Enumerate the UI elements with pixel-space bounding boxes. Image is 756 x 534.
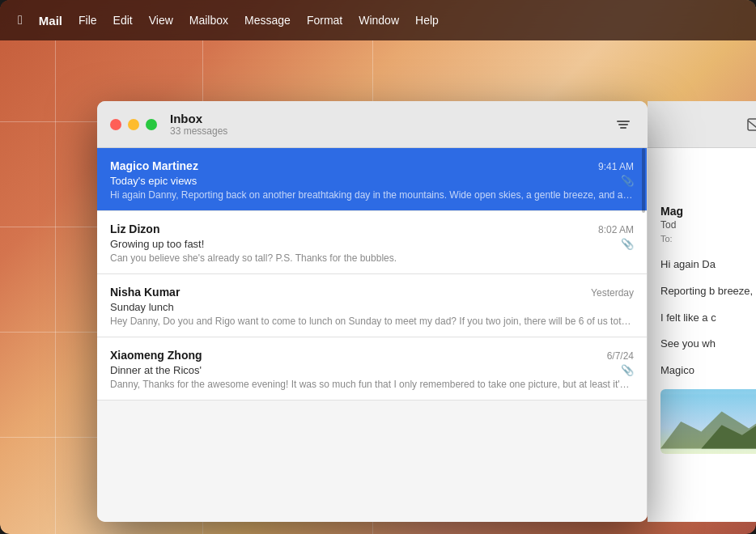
detail-email-content: Mag Tod To: Hi again Da Reporting b bree… xyxy=(648,148,756,522)
svg-rect-3 xyxy=(748,119,756,130)
email-image-attachment xyxy=(660,389,756,454)
mail-time: Yesterday xyxy=(591,287,634,299)
menubar-item-mailbox[interactable]: Mailbox xyxy=(181,11,236,30)
menubar-item-mail[interactable]: Mail xyxy=(31,11,70,31)
detail-body-paragraph: Hi again Da xyxy=(660,256,756,273)
menubar-item-file[interactable]: File xyxy=(70,11,105,30)
mail-sender-name: Liz Dizon xyxy=(110,222,159,235)
mail-item[interactable]: Nisha Kumar Yesterday Sunday lunch Hey D… xyxy=(97,274,647,337)
mail-subject: Growing up too fast! 📎 xyxy=(110,238,634,250)
mail-time: 6/7/24 xyxy=(607,350,634,362)
detail-body-paragraph: Magico xyxy=(660,362,756,379)
menubar-item-view[interactable]: View xyxy=(141,11,181,30)
apple-menu-icon[interactable]:  xyxy=(10,10,31,31)
mail-subject: Sunday lunch xyxy=(110,301,634,313)
mail-sender-name: Xiaomeng Zhong xyxy=(110,349,202,362)
window-controls xyxy=(110,119,157,130)
attachment-icon: 📎 xyxy=(621,364,634,376)
mail-preview: Hi again Danny, Reporting back on anothe… xyxy=(110,189,634,201)
svg-rect-2 xyxy=(620,127,626,129)
mail-subject: Dinner at the Ricos' 📎 xyxy=(110,364,634,376)
detail-body: Hi again Da Reporting b breeze, and I fe… xyxy=(660,256,756,379)
detail-subject: Tod xyxy=(660,219,756,231)
menubar-item-message[interactable]: Message xyxy=(236,11,299,30)
mail-item[interactable]: Liz Dizon 8:02 AM Growing up too fast! 📎… xyxy=(97,211,647,274)
window-title-area: Inbox 33 messages xyxy=(170,112,612,137)
mail-preview: Can you believe she's already so tall? P… xyxy=(110,252,634,264)
mail-time: 8:02 AM xyxy=(598,224,634,235)
detail-panel: Mag Tod To: Hi again Da Reporting b bree… xyxy=(648,101,756,522)
mail-preview: Hey Danny, Do you and Rigo want to come … xyxy=(110,316,634,327)
mail-list: Magico Martinez 9:41 AM Today's epic vie… xyxy=(97,148,647,522)
svg-rect-1 xyxy=(618,124,628,125)
mail-item-header: Xiaomeng Zhong 6/7/24 xyxy=(110,349,634,362)
attachment-icon: 📎 xyxy=(621,175,634,187)
mail-sender-name: Magico Martinez xyxy=(110,159,198,172)
inbox-title: Inbox xyxy=(170,112,612,125)
mail-window: Inbox 33 messages Magico Martinez 9:41 xyxy=(97,101,648,522)
mail-list-panel: Magico Martinez 9:41 AM Today's epic vie… xyxy=(97,148,648,522)
filter-icon[interactable] xyxy=(612,113,635,136)
mail-item-header: Nisha Kumar Yesterday xyxy=(110,286,634,299)
window-maximize-button[interactable] xyxy=(146,119,157,130)
inbox-message-count: 33 messages xyxy=(170,125,612,137)
detail-body-paragraph: See you wh xyxy=(660,336,756,353)
detail-sender-name: Mag xyxy=(660,205,756,218)
attachment-icon: 📎 xyxy=(621,238,634,250)
window-toolbar-icons xyxy=(612,113,635,136)
mail-item[interactable]: Xiaomeng Zhong 6/7/24 Dinner at the Rico… xyxy=(97,337,647,400)
menubar-item-help[interactable]: Help xyxy=(407,11,447,30)
menubar-item-format[interactable]: Format xyxy=(299,11,350,30)
compose-envelope-icon[interactable] xyxy=(745,113,756,136)
scrollbar-thumb[interactable] xyxy=(642,148,645,213)
scrollbar-track[interactable] xyxy=(640,148,647,522)
window-titlebar: Inbox 33 messages xyxy=(97,101,648,148)
mail-time: 9:41 AM xyxy=(598,161,634,172)
window-minimize-button[interactable] xyxy=(128,119,139,130)
svg-rect-0 xyxy=(617,121,630,122)
detail-body-paragraph: I felt like a c xyxy=(660,310,756,327)
detail-to: To: xyxy=(660,234,756,244)
mail-sender-name: Nisha Kumar xyxy=(110,286,180,299)
menubar-item-window[interactable]: Window xyxy=(350,11,407,30)
mail-item[interactable]: Magico Martinez 9:41 AM Today's epic vie… xyxy=(97,148,647,211)
mail-preview: Danny, Thanks for the awesome evening! I… xyxy=(110,379,634,390)
mail-item-header: Liz Dizon 8:02 AM xyxy=(110,222,634,235)
mail-window-content: Magico Martinez 9:41 AM Today's epic vie… xyxy=(97,148,648,522)
mail-item-header: Magico Martinez 9:41 AM xyxy=(110,159,634,172)
menubar-item-edit[interactable]: Edit xyxy=(105,11,141,30)
detail-toolbar xyxy=(648,101,756,148)
menubar:  Mail File Edit View Mailbox Message Fo… xyxy=(0,0,756,40)
window-close-button[interactable] xyxy=(110,119,121,130)
mail-subject: Today's epic views 📎 xyxy=(110,175,634,187)
detail-body-paragraph: Reporting b breeze, and xyxy=(660,283,756,300)
